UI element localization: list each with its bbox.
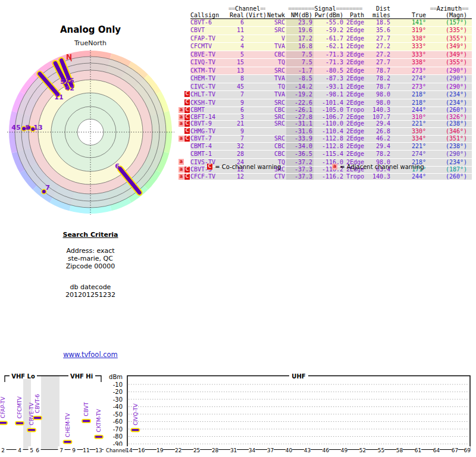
cell-magn-az: (335°): [427, 27, 472, 35]
cell-real: 12: [228, 173, 245, 180]
col-pwr: Pwr(dBm): [314, 12, 345, 19]
cell-real: 45: [228, 83, 245, 91]
cell-netwk: SRC: [265, 114, 286, 121]
warning-markers: C: [178, 91, 190, 99]
search-criteria: Search Criteria Address: exact ste-marie…: [34, 231, 147, 299]
dbm-tick-label: -20: [113, 389, 123, 395]
table-column-header-row: Callsign Real (Virt) Netwk NM(dB) Pwr(dB…: [178, 12, 472, 19]
cell-path: 2Edge: [345, 35, 365, 43]
cell-magn-az: (260°): [427, 173, 472, 180]
cell-true-az: 273°: [399, 67, 427, 75]
channel-tick-label: 7: [60, 447, 63, 453]
cell-path: 2Edge: [345, 83, 365, 91]
cell-virt: [245, 142, 265, 151]
cell-true-az: 141°: [399, 19, 427, 27]
cell-callsign: CBVT-6: [190, 19, 228, 27]
cell-magn-az: (351°): [427, 136, 472, 143]
cell-netwk: CBC: [265, 107, 286, 114]
col-path: Path: [345, 12, 365, 19]
adjacent-channel-warning-icon: a: [178, 107, 184, 113]
radar-channel-label: 4: [65, 84, 70, 92]
cell-pwr: -110.0: [314, 121, 345, 128]
cell-real: 9: [228, 127, 245, 136]
spectrum-bar-CBVE-TV: [27, 428, 36, 431]
cell-true-az: 274°: [399, 75, 427, 83]
channel-tick-label: 49: [341, 447, 348, 453]
adjacent-channel-warning-icon: a: [178, 136, 184, 142]
table-row: aCCBFT-143SRC-27.8-106.72Edge107.7310°(3…: [178, 114, 472, 121]
cell-nm: -26.1: [286, 107, 314, 114]
cell-netwk: SRC: [265, 121, 286, 128]
channel-tick-label: 58: [396, 447, 403, 453]
cell-true-az: 310°: [399, 114, 427, 121]
cell-virt: [245, 136, 265, 143]
cell-callsign: CIVC-TV: [190, 83, 228, 91]
cell-netwk: CBC: [265, 51, 286, 59]
cell-pwr: -87.3: [314, 75, 345, 83]
table-row: CKTM-TV13SRC-1.7-80.52Edge78.7273°(290°): [178, 67, 472, 75]
table-row: CIVQ-TV15TQ7.5-71.32Edge27.7338°(355°): [178, 59, 472, 67]
cell-true-az: 218°: [399, 91, 427, 99]
spectrum-bar-CBVT-6: [33, 417, 42, 420]
cell-pwr: -59.2: [314, 27, 345, 35]
col-netwk: Netwk: [265, 12, 286, 19]
cell-true-az: 333°: [399, 51, 427, 59]
cell-true-az: 338°: [399, 59, 427, 67]
cell-callsign: CKSH-TV: [190, 99, 228, 107]
table-row: CBMT-128CBC-36.5-115.42Edge78.2274°(290°…: [178, 151, 472, 159]
spectrum-bar-label: CBVT: [83, 402, 89, 416]
dbm-tick-label: -60: [113, 418, 123, 425]
cell-virt: [245, 75, 265, 83]
spectrum-bar-label: CHEM-TV: [65, 412, 71, 437]
zip-line: Zipcode 00000: [34, 262, 147, 270]
channel-tick-label: 40: [286, 447, 293, 453]
signal-group-header: ========Signal========: [286, 6, 365, 12]
cell-pwr: -80.5: [314, 67, 345, 75]
cell-path: 2Edge: [345, 121, 365, 128]
cell-true-az: 244°: [399, 107, 427, 114]
address-line: Address: exact: [34, 247, 147, 255]
cell-nm: 23.9: [286, 19, 314, 27]
spectrum-bar-label: CBVE-TV: [29, 402, 35, 425]
channel-axis-title: Channel: [106, 447, 127, 453]
cell-magn-az: (326°): [427, 114, 472, 121]
cell-callsign: CKTM-TV: [190, 67, 228, 75]
warning-markers: aC: [178, 121, 190, 128]
cell-virt: [245, 51, 265, 59]
warning-markers: [178, 27, 190, 35]
cell-path: 2Edge: [345, 67, 365, 75]
radar-channel-label: 7: [45, 184, 50, 192]
table-row: aCCFCF-TV12CTV-37.3-116.2Tropo140.3244°(…: [178, 173, 472, 180]
cell-callsign: CBVE-TV: [190, 51, 228, 59]
warning-markers: [178, 35, 190, 43]
channel-tick-label: 11: [83, 447, 89, 453]
table-group-header-row: ==Channel== ========Signal======== Dist …: [178, 6, 472, 12]
channel-tick-label: 13: [95, 447, 102, 453]
cell-miles: 27.2: [365, 43, 399, 51]
table-row: CFAP-TV2V17.2-61.72Edge27.7338°(355°): [178, 35, 472, 43]
cell-miles: 140.3: [365, 173, 399, 180]
radar-channel-label: 6: [115, 162, 120, 170]
tvfool-link[interactable]: www.tvfool.com: [63, 350, 118, 359]
cell-true-az: 330°: [399, 127, 427, 136]
cell-netwk: CBC: [265, 142, 286, 151]
dbm-tick-label: -80: [113, 433, 123, 440]
cell-virt: [245, 35, 265, 43]
cell-pwr: -101.4: [314, 99, 345, 107]
channel-tick-label: 37: [267, 447, 274, 453]
warning-markers: [178, 75, 190, 83]
cell-miles: 26.8: [365, 127, 399, 136]
cell-callsign: CBVT-7: [190, 136, 228, 143]
cell-virt: [245, 19, 265, 27]
channel-tick-label: 19: [156, 447, 164, 453]
table-row: CHEM-TV8TVA-8.5-87.32Edge78.2274°(290°): [178, 75, 472, 83]
co-channel-warning-icon: C: [184, 107, 190, 113]
cell-netwk: SRC: [265, 27, 286, 35]
cell-magn-az: (290°): [427, 75, 472, 83]
co-channel-warning-icon: C: [184, 99, 190, 105]
channel-tick-label: 69: [464, 447, 471, 453]
cell-real: 28: [228, 151, 245, 159]
cell-callsign: CBMT-1: [190, 151, 228, 159]
spectrum-bar-label: CFCMTV: [17, 396, 23, 418]
cell-netwk: SRC: [265, 136, 286, 143]
